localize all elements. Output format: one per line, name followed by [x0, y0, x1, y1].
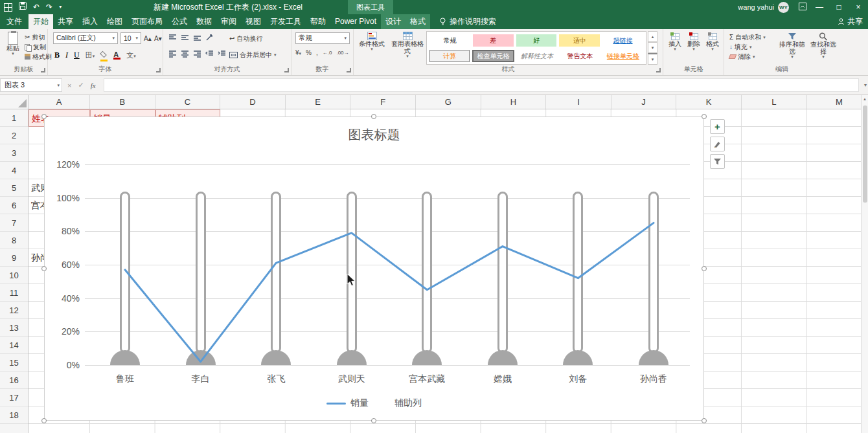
save-button[interactable] — [19, 0, 27, 14]
chart-elements-button[interactable]: + — [710, 119, 725, 134]
ribbon-tab-Power Pivot[interactable]: Power Pivot — [330, 14, 381, 29]
grow-font-button[interactable]: A▴ — [143, 34, 153, 43]
gallery-more-button[interactable]: ▾ — [648, 53, 657, 65]
insert-cells-button[interactable]: 插入 ▾ — [666, 33, 684, 51]
row-header-2[interactable]: 2 — [0, 127, 28, 144]
selection-handle[interactable] — [41, 266, 47, 271]
dialog-launcher-font[interactable] — [156, 68, 161, 72]
selection-handle[interactable] — [371, 114, 376, 119]
sort-filter-button[interactable]: 排序和筛选 ▾ — [777, 32, 807, 59]
conditional-formatting-button[interactable]: 条件格式 ▾ — [356, 32, 387, 51]
row-header-12[interactable]: 12 — [0, 302, 28, 319]
bold-button[interactable]: B — [54, 50, 60, 60]
ribbon-tab-文件[interactable]: 文件 — [0, 14, 29, 29]
ribbon-tab-开发工具[interactable]: 开发工具 — [266, 14, 306, 29]
row-header-15[interactable]: 15 — [0, 354, 28, 372]
row-header-16[interactable]: 16 — [0, 372, 28, 389]
legend-item-sales[interactable]: 销量 — [326, 397, 369, 409]
row-header-17[interactable]: 17 — [0, 389, 28, 406]
format-as-table-button[interactable]: 套用表格格式 ▾ — [390, 32, 425, 58]
column-header-I[interactable]: I — [546, 95, 611, 109]
font-size-combo[interactable]: 10▾ — [120, 32, 141, 44]
column-header-L[interactable]: L — [742, 95, 807, 109]
delete-cells-button[interactable]: 删除 ▾ — [685, 33, 703, 51]
minimize-button[interactable]: — — [810, 0, 829, 14]
chart-styles-button[interactable] — [710, 137, 725, 151]
align-bottom-icon[interactable] — [193, 34, 201, 41]
thermometer-tube[interactable] — [196, 192, 206, 353]
ribbon-tab-数据[interactable]: 数据 — [192, 14, 216, 29]
cell-style-解释性文本[interactable]: 解释性文本 — [517, 50, 557, 62]
decrease-decimal-button[interactable]: .00→ — [336, 50, 348, 56]
thermometer-tube[interactable] — [120, 192, 130, 353]
selection-handle[interactable] — [702, 266, 707, 271]
undo-button[interactable]: ↶ — [33, 0, 40, 14]
column-header-A[interactable]: A — [29, 95, 90, 109]
column-header-D[interactable]: D — [220, 95, 286, 109]
ribbon-tab-开始[interactable]: 开始 — [29, 14, 53, 29]
ribbon-tab-帮助[interactable]: 帮助 — [306, 14, 330, 29]
cell-style-适中[interactable]: 适中 — [559, 34, 600, 47]
row-header-13[interactable]: 13 — [0, 319, 28, 337]
column-header-M[interactable]: M — [807, 95, 868, 109]
row-header-11[interactable]: 11 — [0, 284, 28, 302]
selection-handle[interactable] — [41, 418, 47, 423]
merge-center-button[interactable]: 合并后居中 ▾ — [228, 50, 278, 60]
font-color-button[interactable]: A — [113, 50, 120, 60]
thermometer-tube[interactable] — [497, 192, 508, 353]
row-header-3[interactable]: 3 — [0, 144, 28, 162]
align-left-icon[interactable] — [168, 50, 177, 58]
ribbon-tab-公式[interactable]: 公式 — [167, 14, 192, 29]
accounting-format-button[interactable]: ¥▾ — [295, 49, 301, 56]
ribbon-tab-共享[interactable]: 共享 — [53, 14, 78, 29]
ribbon-tab-格式[interactable]: 格式 — [405, 14, 430, 29]
row-header-7[interactable]: 7 — [0, 214, 28, 232]
cell-style-检查单元格[interactable]: 检查单元格 — [472, 50, 514, 62]
cell-style-差[interactable]: 差 — [473, 34, 514, 47]
maximize-button[interactable]: □ — [829, 0, 849, 14]
row-header-9[interactable]: 9 — [0, 249, 28, 267]
ribbon-display-options-button[interactable] — [795, 1, 810, 13]
number-format-combo[interactable]: 常规▾ — [295, 32, 350, 44]
cell-style-好[interactable]: 好 — [516, 34, 557, 47]
legend-item-helper[interactable]: 辅助列 — [394, 397, 422, 409]
redo-button[interactable]: ↷ — [46, 0, 52, 14]
vertical-scrollbar[interactable]: ▴ — [861, 95, 868, 433]
scroll-up-arrow[interactable]: ▴ — [862, 96, 868, 102]
dialog-launcher-number[interactable] — [347, 68, 351, 72]
cell-style-警告文本[interactable]: 警告文本 — [560, 50, 600, 62]
chart[interactable]: 图表标题 0%20%40%60%80%100%120%鲁班李白张飞武则天宫本武藏… — [44, 117, 704, 421]
row-header-8[interactable]: 8 — [0, 232, 28, 249]
phonetic-guide-button[interactable]: 文▾ — [126, 50, 136, 60]
percent-style-button[interactable]: % — [306, 49, 312, 56]
formula-input[interactable] — [104, 78, 859, 92]
cancel-formula-button[interactable]: × — [67, 82, 71, 89]
comma-style-button[interactable]: , — [316, 49, 318, 56]
row-header-14[interactable]: 14 — [0, 337, 28, 354]
increase-decimal-button[interactable]: ←.0 — [323, 50, 332, 56]
selection-handle[interactable] — [41, 114, 47, 119]
underline-button[interactable]: U — [74, 50, 80, 60]
row-header-4[interactable]: 4 — [0, 162, 28, 179]
cell-style-常规[interactable]: 常规 — [429, 34, 470, 47]
thermometer-bulb[interactable] — [261, 350, 291, 365]
column-header-J[interactable]: J — [611, 95, 677, 109]
align-top-icon[interactable] — [168, 34, 177, 41]
selection-handle[interactable] — [702, 418, 707, 423]
thermometer-tube[interactable] — [271, 192, 281, 353]
column-header-F[interactable]: F — [350, 95, 416, 109]
borders-button[interactable]: 田▾ — [86, 50, 95, 60]
thermometer-tube[interactable] — [347, 192, 357, 353]
increase-indent-icon[interactable] — [218, 50, 226, 58]
wrap-text-button[interactable]: ↩ 自动换行 — [228, 34, 264, 43]
ribbon-tab-视图[interactable]: 视图 — [241, 14, 266, 29]
select-all-corner[interactable] — [0, 95, 29, 109]
decrease-indent-icon[interactable] — [205, 50, 214, 58]
name-box[interactable]: 图表 3 ▾ — [0, 78, 62, 92]
row-header-10[interactable]: 10 — [0, 267, 28, 284]
column-header-E[interactable]: E — [286, 95, 351, 109]
scrollbar-thumb[interactable] — [863, 105, 867, 203]
user-name[interactable]: wang yahui — [738, 3, 774, 11]
row-header-1[interactable]: 1 — [0, 109, 28, 127]
column-header-H[interactable]: H — [481, 95, 547, 109]
